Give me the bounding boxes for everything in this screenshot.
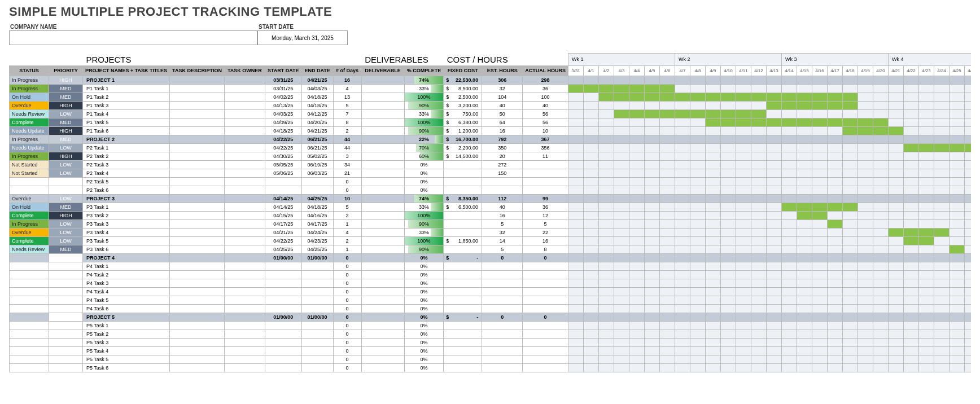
end-date-cell[interactable] — [301, 321, 333, 330]
priority-cell[interactable]: LOW — [49, 169, 83, 177]
cost-cell[interactable] — [444, 346, 482, 355]
owner-cell[interactable] — [224, 355, 265, 363]
percent-cell[interactable]: 90% — [404, 126, 444, 135]
end-date-cell[interactable]: 04/25/25 — [301, 245, 333, 253]
cost-cell[interactable] — [444, 330, 482, 338]
description-cell[interactable] — [170, 245, 225, 253]
start-date-cell[interactable]: 04/09/25 — [265, 118, 301, 126]
priority-cell[interactable]: MED — [49, 118, 83, 126]
est-hours-cell[interactable] — [482, 363, 523, 372]
start-date-cell[interactable]: 01/00/00 — [265, 253, 301, 262]
owner-cell[interactable] — [224, 126, 265, 135]
owner-cell[interactable] — [224, 253, 265, 262]
deliverable-cell[interactable] — [361, 186, 404, 194]
name-cell[interactable]: P5 Task 2 — [83, 330, 170, 338]
deliverable-cell[interactable] — [361, 321, 404, 330]
description-cell[interactable] — [170, 219, 225, 228]
actual-hours-cell[interactable] — [523, 330, 568, 338]
description-cell[interactable] — [170, 194, 225, 203]
deliverable-cell[interactable] — [361, 346, 404, 355]
days-cell[interactable]: 0 — [333, 186, 361, 194]
priority-cell[interactable] — [49, 296, 83, 304]
name-cell[interactable]: P4 Task 2 — [83, 270, 170, 279]
start-date-cell[interactable]: 03/31/25 — [265, 84, 301, 93]
est-hours-cell[interactable] — [482, 338, 523, 346]
task-row[interactable]: CompleteHIGHP3 Task 204/15/2504/16/25210… — [10, 211, 972, 219]
status-cell[interactable] — [10, 287, 49, 296]
actual-hours-cell[interactable]: 298 — [523, 76, 568, 84]
status-cell[interactable]: In Progress — [10, 152, 49, 160]
description-cell[interactable] — [170, 228, 225, 236]
est-hours-cell[interactable] — [482, 270, 523, 279]
days-cell[interactable]: 2 — [333, 236, 361, 245]
end-date-cell[interactable] — [301, 279, 333, 287]
owner-cell[interactable] — [224, 76, 265, 84]
task-row[interactable]: CompleteMEDP1 Task 504/09/2504/20/258100… — [10, 118, 972, 126]
name-cell[interactable]: P4 Task 5 — [83, 296, 170, 304]
status-cell[interactable]: Needs Review — [10, 245, 49, 253]
end-date-cell[interactable]: 04/18/25 — [301, 93, 333, 101]
name-cell[interactable]: P1 Task 4 — [83, 109, 170, 118]
est-hours-cell[interactable] — [482, 262, 523, 270]
days-cell[interactable]: 44 — [333, 143, 361, 152]
actual-hours-cell[interactable]: 11 — [523, 152, 568, 160]
days-cell[interactable]: 10 — [333, 194, 361, 203]
owner-cell[interactable] — [224, 152, 265, 160]
name-cell[interactable]: P4 Task 4 — [83, 287, 170, 296]
name-cell[interactable]: PROJECT 5 — [83, 313, 170, 321]
description-cell[interactable] — [170, 262, 225, 270]
days-cell[interactable]: 1 — [333, 245, 361, 253]
priority-cell[interactable] — [49, 330, 83, 338]
cost-cell[interactable]: $16,700.00 — [444, 135, 482, 143]
cost-cell[interactable] — [444, 262, 482, 270]
status-cell[interactable]: In Progress — [10, 135, 49, 143]
status-cell[interactable] — [10, 346, 49, 355]
percent-cell[interactable]: 0% — [404, 177, 444, 186]
end-date-cell[interactable] — [301, 287, 333, 296]
cost-cell[interactable] — [444, 219, 482, 228]
percent-cell[interactable]: 0% — [404, 296, 444, 304]
percent-cell[interactable]: 74% — [404, 76, 444, 84]
name-cell[interactable]: P4 Task 1 — [83, 262, 170, 270]
cost-cell[interactable]: $2,200.00 — [444, 143, 482, 152]
description-cell[interactable] — [170, 186, 225, 194]
actual-hours-cell[interactable] — [523, 338, 568, 346]
status-cell[interactable] — [10, 186, 49, 194]
cost-cell[interactable] — [444, 363, 482, 372]
deliverable-cell[interactable] — [361, 279, 404, 287]
actual-hours-cell[interactable]: 356 — [523, 143, 568, 152]
days-cell[interactable]: 0 — [333, 262, 361, 270]
owner-cell[interactable] — [224, 279, 265, 287]
description-cell[interactable] — [170, 109, 225, 118]
end-date-cell[interactable]: 04/18/25 — [301, 203, 333, 211]
name-cell[interactable]: P3 Task 3 — [83, 219, 170, 228]
priority-cell[interactable]: MED — [49, 84, 83, 93]
priority-cell[interactable]: MED — [49, 203, 83, 211]
cost-cell[interactable]: $6,500.00 — [444, 203, 482, 211]
name-cell[interactable]: PROJECT 3 — [83, 194, 170, 203]
cost-cell[interactable] — [444, 186, 482, 194]
name-cell[interactable]: P3 Task 5 — [83, 236, 170, 245]
status-cell[interactable] — [10, 363, 49, 372]
actual-hours-cell[interactable] — [523, 296, 568, 304]
deliverable-cell[interactable] — [361, 203, 404, 211]
project-row[interactable]: PROJECT 401/00/0001/00/0000%$-00 — [10, 253, 972, 262]
description-cell[interactable] — [170, 203, 225, 211]
start-date-cell[interactable] — [265, 304, 301, 313]
cost-cell[interactable]: $1,200.00 — [444, 126, 482, 135]
deliverable-cell[interactable] — [361, 228, 404, 236]
actual-hours-cell[interactable] — [523, 287, 568, 296]
cost-cell[interactable]: $14,500.00 — [444, 152, 482, 160]
actual-hours-cell[interactable]: 56 — [523, 109, 568, 118]
status-cell[interactable]: Needs Review — [10, 109, 49, 118]
est-hours-cell[interactable] — [482, 346, 523, 355]
priority-cell[interactable]: HIGH — [49, 101, 83, 109]
owner-cell[interactable] — [224, 169, 265, 177]
cost-cell[interactable] — [444, 270, 482, 279]
end-date-cell[interactable] — [301, 304, 333, 313]
name-cell[interactable]: P3 Task 1 — [83, 203, 170, 211]
actual-hours-cell[interactable] — [523, 321, 568, 330]
status-cell[interactable] — [10, 279, 49, 287]
actual-hours-cell[interactable]: 100 — [523, 93, 568, 101]
task-row[interactable]: CompleteLOWP3 Task 504/22/2504/23/252100… — [10, 236, 972, 245]
